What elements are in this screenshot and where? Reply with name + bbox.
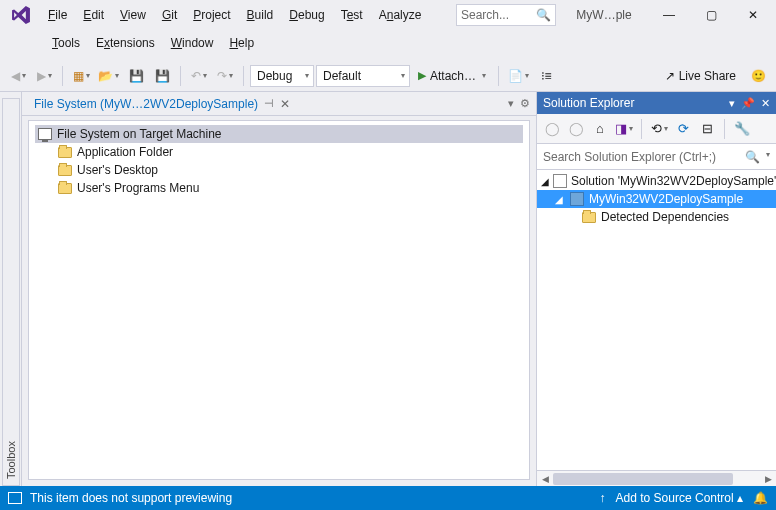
search-placeholder: Search... bbox=[461, 8, 509, 22]
menu-tools[interactable]: Tools bbox=[44, 32, 88, 54]
file-system-editor: File System on Target Machine Applicatio… bbox=[28, 120, 530, 480]
start-button[interactable]: ▶Attach…▾ bbox=[412, 64, 492, 88]
main-area: Toolbox File System (MyW…2WV2DeploySampl… bbox=[0, 92, 776, 486]
solution-name-label: MyW…ple bbox=[564, 8, 644, 22]
document-area: File System (MyW…2WV2DeploySample) ⊣ ✕ ▾… bbox=[22, 92, 536, 486]
tab-dropdown-icon[interactable]: ▾ bbox=[508, 97, 514, 110]
undo-button[interactable]: ↶▾ bbox=[187, 64, 211, 88]
new-project-button[interactable]: ▦▾ bbox=[69, 64, 93, 88]
toolbox-tab[interactable]: Toolbox bbox=[0, 92, 22, 486]
status-message: This item does not support previewing bbox=[30, 491, 232, 505]
live-share-button[interactable]: ↗Live Share bbox=[659, 64, 742, 88]
chevron-down-icon[interactable]: ▾ bbox=[766, 150, 770, 164]
nav-forward-button[interactable]: ▶▾ bbox=[32, 64, 56, 88]
folder-icon bbox=[57, 180, 73, 196]
scroll-right-icon[interactable]: ▶ bbox=[760, 471, 776, 487]
close-button[interactable]: ✕ bbox=[736, 3, 770, 27]
project-label: MyWin32WV2DeploySample bbox=[589, 192, 743, 206]
main-menu: FFileile Edit View Git Project Build Deb… bbox=[40, 4, 429, 26]
status-icon bbox=[8, 492, 22, 504]
horizontal-scrollbar[interactable]: ◀ ▶ bbox=[537, 470, 776, 486]
fs-folder-programs[interactable]: User's Programs Menu bbox=[35, 179, 523, 197]
window-menu-icon[interactable]: ▾ bbox=[729, 97, 735, 110]
notifications-icon[interactable]: 🔔 bbox=[753, 491, 768, 505]
maximize-button[interactable]: ▢ bbox=[694, 3, 728, 27]
home-button[interactable]: ⌂ bbox=[589, 118, 611, 140]
menu-extensions[interactable]: Extensions bbox=[88, 32, 163, 54]
source-control-button[interactable]: Add to Source Control ▴ bbox=[616, 491, 743, 505]
menu-build[interactable]: Build bbox=[239, 4, 282, 26]
folder-icon bbox=[581, 209, 597, 225]
arrow-out-icon: ↗ bbox=[665, 69, 675, 83]
close-panel-icon[interactable]: ✕ bbox=[761, 97, 770, 110]
solution-node[interactable]: ◢ Solution 'MyWin32WV2DeploySample' bbox=[537, 172, 776, 190]
folder-icon bbox=[57, 144, 73, 160]
project-node[interactable]: ◢ MyWin32WV2DeploySample bbox=[537, 190, 776, 208]
fs-tree: File System on Target Machine Applicatio… bbox=[35, 125, 523, 197]
gear-icon[interactable]: ⚙ bbox=[520, 97, 530, 110]
caret-icon[interactable]: ◢ bbox=[541, 176, 549, 187]
status-bar: This item does not support previewing ↑ … bbox=[0, 486, 776, 510]
save-all-button[interactable]: 💾 bbox=[150, 64, 174, 88]
folder-icon bbox=[57, 162, 73, 178]
minimize-button[interactable]: — bbox=[652, 3, 686, 27]
menu-file[interactable]: FFileile bbox=[40, 4, 75, 26]
play-icon: ▶ bbox=[418, 69, 426, 82]
fs-folder-desktop[interactable]: User's Desktop bbox=[35, 161, 523, 179]
pin-icon[interactable]: ⊣ bbox=[264, 97, 274, 110]
redo-button[interactable]: ↷▾ bbox=[213, 64, 237, 88]
forward-button[interactable]: ◯ bbox=[565, 118, 587, 140]
save-button[interactable]: 💾 bbox=[124, 64, 148, 88]
separator bbox=[180, 66, 181, 86]
toolbox-label: Toolbox bbox=[2, 98, 20, 486]
doc-tab-filesystem[interactable]: File System (MyW…2WV2DeploySample) ⊣ ✕ bbox=[28, 93, 296, 115]
doc-tab-title: File System (MyW…2WV2DeploySample) bbox=[34, 97, 258, 111]
scroll-thumb[interactable] bbox=[553, 473, 733, 485]
back-button[interactable]: ◯ bbox=[541, 118, 563, 140]
menu-analyze[interactable]: Analyze bbox=[371, 4, 430, 26]
menu-view[interactable]: View bbox=[112, 4, 154, 26]
search-icon: 🔍 bbox=[536, 8, 551, 22]
sync-button[interactable]: ⟲▾ bbox=[648, 118, 670, 140]
search-icon: 🔍 bbox=[745, 150, 760, 164]
dependencies-label: Detected Dependencies bbox=[601, 210, 729, 224]
refresh-button[interactable]: ⟳ bbox=[672, 118, 694, 140]
vs-logo-icon bbox=[6, 0, 36, 30]
nav-back-button[interactable]: ◀▾ bbox=[6, 64, 30, 88]
dependencies-node[interactable]: Detected Dependencies bbox=[537, 208, 776, 226]
editor-button[interactable]: 📄▾ bbox=[505, 64, 532, 88]
solexp-tree: ◢ Solution 'MyWin32WV2DeploySample' ◢ My… bbox=[537, 170, 776, 470]
fs-root[interactable]: File System on Target Machine bbox=[35, 125, 523, 143]
menu-debug[interactable]: Debug bbox=[281, 4, 332, 26]
feedback-button[interactable]: 🙂 bbox=[746, 64, 770, 88]
solexp-search-placeholder: Search Solution Explorer (Ctrl+;) bbox=[543, 150, 716, 164]
solution-explorer: Solution Explorer ▾ 📌 ✕ ◯ ◯ ⌂ ◨▾ ⟲▾ ⟳ ⊟ … bbox=[536, 92, 776, 486]
menu-test[interactable]: Test bbox=[333, 4, 371, 26]
config-combo[interactable]: Debug▾ bbox=[250, 65, 314, 87]
separator bbox=[62, 66, 63, 86]
fs-folder-app[interactable]: Application Folder bbox=[35, 143, 523, 161]
menu-edit[interactable]: Edit bbox=[75, 4, 112, 26]
scroll-left-icon[interactable]: ◀ bbox=[537, 471, 553, 487]
close-tab-icon[interactable]: ✕ bbox=[280, 97, 290, 111]
properties-button[interactable]: 🔧 bbox=[731, 118, 753, 140]
menu-window[interactable]: Window bbox=[163, 32, 222, 54]
open-file-button[interactable]: 📂▾ bbox=[95, 64, 122, 88]
separator bbox=[498, 66, 499, 86]
collapse-all-button[interactable]: ⊟ bbox=[696, 118, 718, 140]
separator bbox=[641, 119, 642, 139]
separator bbox=[724, 119, 725, 139]
switch-view-button[interactable]: ◨▾ bbox=[613, 118, 635, 140]
pin-icon[interactable]: 📌 bbox=[741, 97, 755, 110]
menu-help[interactable]: Help bbox=[221, 32, 262, 54]
platform-combo[interactable]: Default▾ bbox=[316, 65, 410, 87]
menu-project[interactable]: Project bbox=[185, 4, 238, 26]
menu-git[interactable]: Git bbox=[154, 4, 185, 26]
search-box[interactable]: Search... 🔍 bbox=[456, 4, 556, 26]
solexp-header[interactable]: Solution Explorer ▾ 📌 ✕ bbox=[537, 92, 776, 114]
publish-icon[interactable]: ↑ bbox=[600, 491, 606, 505]
caret-icon[interactable]: ◢ bbox=[553, 194, 565, 205]
solexp-toolbar: ◯ ◯ ⌂ ◨▾ ⟲▾ ⟳ ⊟ 🔧 bbox=[537, 114, 776, 144]
properties-button[interactable]: ⁝≡ bbox=[534, 64, 558, 88]
solexp-search[interactable]: Search Solution Explorer (Ctrl+;) 🔍▾ bbox=[537, 144, 776, 170]
